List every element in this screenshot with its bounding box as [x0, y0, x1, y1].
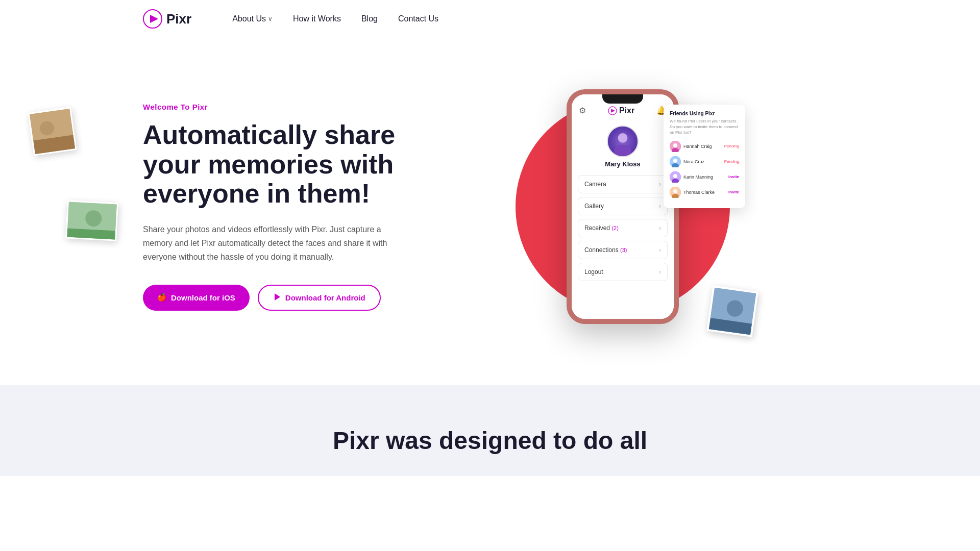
- android-icon: [273, 293, 281, 303]
- bottom-heading: Pixr was designed to do all: [143, 426, 837, 456]
- hero-description: Share your photos and videos effortlessl…: [143, 222, 388, 264]
- friend-item-3: Karin Manning Invite: [670, 171, 739, 183]
- friend-avatar-4: [670, 187, 681, 198]
- phone-menu-received: Received (2) ›: [578, 219, 668, 237]
- friend-name-2: Nora Cruz: [683, 159, 704, 164]
- phone-menu-connections: Connections (3) ›: [578, 241, 668, 259]
- floating-photo-1: [28, 107, 77, 156]
- phone-notch: [602, 94, 643, 104]
- hero-heading: Automatically share your memories with e…: [143, 120, 408, 208]
- navbar: Pixr About Us ∨ How it Works Blog Contac…: [0, 0, 980, 38]
- phone-gear-icon: ⚙: [579, 106, 586, 115]
- nav-item-how[interactable]: How it Works: [293, 14, 341, 23]
- nav-link-blog[interactable]: Blog: [361, 14, 378, 23]
- chevron-right-icon: ›: [659, 246, 661, 254]
- svg-marker-10: [611, 109, 615, 113]
- phone-logo-text: Pixr: [619, 106, 634, 115]
- svg-point-15: [673, 143, 677, 147]
- friends-panel-desc: We found Pixr users in your contacts. Do…: [670, 118, 739, 136]
- phone-screen: ⚙ Pixr 🔔: [572, 94, 674, 319]
- hero-visual: ⚙ Pixr 🔔: [408, 89, 837, 324]
- svg-marker-8: [275, 293, 280, 300]
- friend-name-4: Thomas Clarke: [683, 190, 715, 195]
- friends-panel-title: Friends Using Pixr: [670, 111, 739, 116]
- download-android-button[interactable]: Download for Android: [258, 285, 381, 311]
- phone-menu-camera: Camera ›: [578, 175, 668, 193]
- avatar: [607, 126, 639, 157]
- svg-point-24: [673, 189, 677, 193]
- friend-item-4: Thomas Clarke Invite: [670, 187, 739, 198]
- svg-point-12: [618, 133, 628, 143]
- phone-mockup: ⚙ Pixr 🔔: [567, 89, 679, 324]
- floating-photo-3: [706, 285, 758, 337]
- logo[interactable]: Pixr: [143, 9, 191, 29]
- nav-links: About Us ∨ How it Works Blog Contact Us: [232, 14, 438, 23]
- chevron-right-icon: ›: [659, 181, 661, 188]
- phone-menu-logout: Logout ›: [578, 263, 668, 281]
- nav-link-contact[interactable]: Contact Us: [398, 14, 438, 23]
- friend-status-4: Invite: [728, 190, 739, 194]
- nav-link-about[interactable]: About Us ∨: [232, 14, 273, 23]
- friend-item-1: Hannah Craig Pending: [670, 141, 739, 152]
- floating-photo-2: [65, 200, 118, 241]
- phone-menu-gallery: Gallery ›: [578, 197, 668, 215]
- chevron-right-icon: ›: [659, 224, 661, 232]
- friend-avatar-1: [670, 141, 681, 152]
- phone-user-name: Mary Kloss: [605, 160, 640, 168]
- friend-avatar-2: [670, 156, 681, 167]
- download-ios-button[interactable]: 🍎 Download for iOS: [143, 285, 250, 311]
- nav-link-how[interactable]: How it Works: [293, 14, 341, 23]
- hero-content: Welcome To Pixr Automatically share your…: [143, 103, 408, 310]
- friend-name-1: Hannah Craig: [683, 144, 712, 149]
- phone-frame: ⚙ Pixr 🔔: [567, 89, 679, 324]
- apple-icon: 🍎: [157, 293, 167, 302]
- friend-avatar-3: [670, 171, 681, 183]
- svg-point-18: [673, 159, 677, 163]
- svg-marker-1: [150, 15, 158, 23]
- svg-point-21: [673, 174, 677, 178]
- friend-status-2: Pending: [724, 159, 739, 164]
- logo-text: Pixr: [166, 11, 191, 27]
- friend-item-2: Nora Cruz Pending: [670, 156, 739, 167]
- friend-status-1: Pending: [724, 144, 739, 148]
- phone-avatar-section: Mary Kloss: [572, 120, 674, 175]
- cta-buttons: 🍎 Download for iOS Download for Android: [143, 285, 408, 311]
- phone-logo: Pixr: [608, 106, 634, 115]
- welcome-label: Welcome To Pixr: [143, 103, 408, 111]
- chevron-right-icon: ›: [659, 268, 661, 276]
- chevron-right-icon: ›: [659, 203, 661, 210]
- nav-item-about[interactable]: About Us ∨: [232, 14, 273, 23]
- nav-item-contact[interactable]: Contact Us: [398, 14, 438, 23]
- phone-menu: Camera › Gallery › Received (2) › Conn: [572, 175, 674, 281]
- friends-panel: Friends Using Pixr We found Pixr users i…: [664, 105, 745, 208]
- friend-name-3: Karin Manning: [683, 174, 713, 180]
- friend-status-3: Invite: [728, 174, 739, 179]
- hero-section: Welcome To Pixr Automatically share your…: [0, 38, 980, 385]
- chevron-down-icon: ∨: [268, 15, 273, 22]
- nav-item-blog[interactable]: Blog: [361, 14, 378, 23]
- bottom-section: Pixr was designed to do all: [0, 385, 980, 476]
